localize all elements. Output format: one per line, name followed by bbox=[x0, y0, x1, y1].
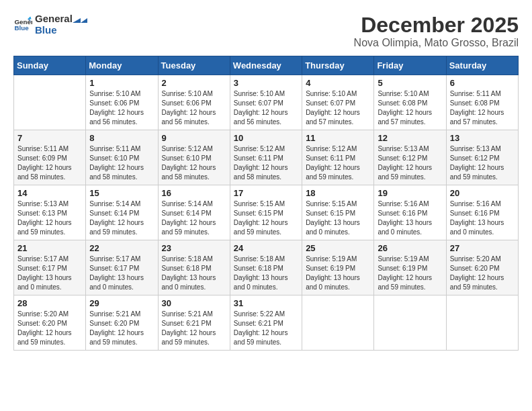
calendar-cell: 25Sunrise: 5:19 AM Sunset: 6:19 PM Dayli… bbox=[302, 240, 374, 295]
weekday-header-row: SundayMondayTuesdayWednesdayThursdayFrid… bbox=[14, 56, 519, 75]
calendar-cell: 4Sunrise: 5:10 AM Sunset: 6:07 PM Daylig… bbox=[302, 75, 374, 130]
day-info: Sunrise: 5:10 AM Sunset: 6:06 PM Dayligh… bbox=[162, 89, 226, 127]
day-info: Sunrise: 5:10 AM Sunset: 6:08 PM Dayligh… bbox=[378, 89, 442, 127]
day-info: Sunrise: 5:18 AM Sunset: 6:18 PM Dayligh… bbox=[162, 255, 226, 292]
day-info: Sunrise: 5:17 AM Sunset: 6:17 PM Dayligh… bbox=[17, 255, 82, 292]
calendar-cell: 1Sunrise: 5:10 AM Sunset: 6:06 PM Daylig… bbox=[86, 75, 158, 130]
calendar-cell: 6Sunrise: 5:11 AM Sunset: 6:08 PM Daylig… bbox=[446, 75, 518, 130]
calendar-header: SundayMondayTuesdayWednesdayThursdayFrid… bbox=[14, 56, 519, 75]
header: General Blue General Blue December 2025 … bbox=[13, 13, 519, 49]
day-info: Sunrise: 5:20 AM Sunset: 6:20 PM Dayligh… bbox=[450, 255, 515, 292]
day-info: Sunrise: 5:10 AM Sunset: 6:06 PM Dayligh… bbox=[89, 89, 154, 127]
day-number: 15 bbox=[89, 188, 154, 198]
day-number: 13 bbox=[450, 133, 515, 143]
day-info: Sunrise: 5:14 AM Sunset: 6:14 PM Dayligh… bbox=[162, 199, 226, 237]
day-number: 19 bbox=[378, 188, 442, 198]
weekday-header-friday: Friday bbox=[374, 56, 446, 75]
logo: General Blue General Blue bbox=[13, 13, 87, 36]
calendar-cell: 18Sunrise: 5:15 AM Sunset: 6:15 PM Dayli… bbox=[302, 185, 374, 240]
calendar-week-row: 1Sunrise: 5:10 AM Sunset: 6:06 PM Daylig… bbox=[14, 75, 519, 130]
day-number: 24 bbox=[234, 243, 298, 253]
day-number: 9 bbox=[162, 133, 226, 143]
day-info: Sunrise: 5:16 AM Sunset: 6:16 PM Dayligh… bbox=[378, 199, 442, 237]
day-info: Sunrise: 5:10 AM Sunset: 6:07 PM Dayligh… bbox=[234, 89, 298, 127]
day-info: Sunrise: 5:19 AM Sunset: 6:19 PM Dayligh… bbox=[378, 255, 442, 292]
day-number: 12 bbox=[378, 133, 442, 143]
day-info: Sunrise: 5:15 AM Sunset: 6:15 PM Dayligh… bbox=[234, 199, 298, 237]
day-number: 25 bbox=[306, 243, 370, 253]
calendar-week-row: 14Sunrise: 5:13 AM Sunset: 6:13 PM Dayli… bbox=[14, 185, 519, 240]
calendar-cell: 8Sunrise: 5:11 AM Sunset: 6:10 PM Daylig… bbox=[86, 130, 158, 185]
day-number: 8 bbox=[89, 133, 154, 143]
day-info: Sunrise: 5:14 AM Sunset: 6:14 PM Dayligh… bbox=[89, 199, 154, 237]
day-number: 18 bbox=[306, 188, 370, 198]
day-info: Sunrise: 5:21 AM Sunset: 6:21 PM Dayligh… bbox=[162, 310, 226, 347]
day-number: 27 bbox=[450, 243, 515, 253]
day-number: 17 bbox=[234, 188, 298, 198]
calendar-cell: 5Sunrise: 5:10 AM Sunset: 6:08 PM Daylig… bbox=[374, 75, 446, 130]
calendar-cell: 24Sunrise: 5:18 AM Sunset: 6:18 PM Dayli… bbox=[230, 240, 302, 295]
calendar-body: 1Sunrise: 5:10 AM Sunset: 6:06 PM Daylig… bbox=[14, 75, 519, 351]
calendar-cell: 27Sunrise: 5:20 AM Sunset: 6:20 PM Dayli… bbox=[446, 240, 518, 295]
day-number: 1 bbox=[89, 78, 154, 88]
day-info: Sunrise: 5:19 AM Sunset: 6:19 PM Dayligh… bbox=[306, 255, 370, 292]
calendar-cell: 12Sunrise: 5:13 AM Sunset: 6:12 PM Dayli… bbox=[374, 130, 446, 185]
logo-line2: Blue bbox=[35, 25, 73, 36]
calendar-cell: 10Sunrise: 5:12 AM Sunset: 6:11 PM Dayli… bbox=[230, 130, 302, 185]
day-info: Sunrise: 5:13 AM Sunset: 6:13 PM Dayligh… bbox=[17, 199, 82, 237]
calendar-cell: 14Sunrise: 5:13 AM Sunset: 6:13 PM Dayli… bbox=[14, 185, 86, 240]
calendar-cell: 30Sunrise: 5:21 AM Sunset: 6:21 PM Dayli… bbox=[158, 295, 230, 351]
svg-text:Blue: Blue bbox=[14, 24, 29, 32]
day-number: 5 bbox=[378, 78, 442, 88]
calendar-cell: 31Sunrise: 5:22 AM Sunset: 6:21 PM Dayli… bbox=[230, 295, 302, 351]
day-number: 20 bbox=[450, 188, 515, 198]
calendar-cell: 22Sunrise: 5:17 AM Sunset: 6:17 PM Dayli… bbox=[86, 240, 158, 295]
day-info: Sunrise: 5:22 AM Sunset: 6:21 PM Dayligh… bbox=[234, 310, 298, 347]
calendar-week-row: 21Sunrise: 5:17 AM Sunset: 6:17 PM Dayli… bbox=[14, 240, 519, 295]
day-number: 28 bbox=[17, 298, 82, 308]
day-number: 23 bbox=[162, 243, 226, 253]
day-number: 26 bbox=[378, 243, 442, 253]
day-number: 7 bbox=[17, 133, 82, 143]
day-info: Sunrise: 5:15 AM Sunset: 6:15 PM Dayligh… bbox=[306, 199, 370, 237]
calendar-week-row: 28Sunrise: 5:20 AM Sunset: 6:20 PM Dayli… bbox=[14, 295, 519, 351]
day-number: 21 bbox=[17, 243, 82, 253]
day-info: Sunrise: 5:18 AM Sunset: 6:18 PM Dayligh… bbox=[234, 255, 298, 292]
title-area: December 2025 Nova Olimpia, Mato Grosso,… bbox=[354, 13, 519, 49]
calendar-cell: 13Sunrise: 5:13 AM Sunset: 6:12 PM Dayli… bbox=[446, 130, 518, 185]
calendar-cell bbox=[302, 295, 374, 351]
logo-line1: General bbox=[35, 13, 73, 25]
calendar-cell: 3Sunrise: 5:10 AM Sunset: 6:07 PM Daylig… bbox=[230, 75, 302, 130]
calendar-cell: 17Sunrise: 5:15 AM Sunset: 6:15 PM Dayli… bbox=[230, 185, 302, 240]
day-info: Sunrise: 5:12 AM Sunset: 6:11 PM Dayligh… bbox=[234, 144, 298, 182]
calendar-cell bbox=[446, 295, 518, 351]
day-info: Sunrise: 5:12 AM Sunset: 6:10 PM Dayligh… bbox=[162, 144, 226, 182]
calendar-cell: 2Sunrise: 5:10 AM Sunset: 6:06 PM Daylig… bbox=[158, 75, 230, 130]
day-number: 16 bbox=[162, 188, 226, 198]
day-info: Sunrise: 5:11 AM Sunset: 6:09 PM Dayligh… bbox=[17, 144, 82, 182]
weekday-header-saturday: Saturday bbox=[446, 56, 518, 75]
calendar-cell: 16Sunrise: 5:14 AM Sunset: 6:14 PM Dayli… bbox=[158, 185, 230, 240]
day-number: 14 bbox=[17, 188, 82, 198]
weekday-header-wednesday: Wednesday bbox=[230, 56, 302, 75]
day-number: 3 bbox=[234, 78, 298, 88]
day-info: Sunrise: 5:12 AM Sunset: 6:11 PM Dayligh… bbox=[306, 144, 370, 182]
calendar-cell: 11Sunrise: 5:12 AM Sunset: 6:11 PM Dayli… bbox=[302, 130, 374, 185]
weekday-header-sunday: Sunday bbox=[14, 56, 86, 75]
calendar-cell: 26Sunrise: 5:19 AM Sunset: 6:19 PM Dayli… bbox=[374, 240, 446, 295]
day-info: Sunrise: 5:10 AM Sunset: 6:07 PM Dayligh… bbox=[306, 89, 370, 127]
day-info: Sunrise: 5:13 AM Sunset: 6:12 PM Dayligh… bbox=[450, 144, 515, 182]
day-info: Sunrise: 5:20 AM Sunset: 6:20 PM Dayligh… bbox=[17, 310, 82, 347]
day-info: Sunrise: 5:21 AM Sunset: 6:20 PM Dayligh… bbox=[89, 310, 154, 347]
calendar-cell: 7Sunrise: 5:11 AM Sunset: 6:09 PM Daylig… bbox=[14, 130, 86, 185]
calendar: SundayMondayTuesdayWednesdayThursdayFrid… bbox=[13, 56, 519, 351]
day-number: 29 bbox=[89, 298, 154, 308]
logo-icon: General Blue bbox=[13, 15, 32, 34]
svg-marker-4 bbox=[73, 18, 87, 23]
day-number: 4 bbox=[306, 78, 370, 88]
weekday-header-monday: Monday bbox=[86, 56, 158, 75]
day-info: Sunrise: 5:13 AM Sunset: 6:12 PM Dayligh… bbox=[378, 144, 442, 182]
calendar-cell: 23Sunrise: 5:18 AM Sunset: 6:18 PM Dayli… bbox=[158, 240, 230, 295]
day-info: Sunrise: 5:16 AM Sunset: 6:16 PM Dayligh… bbox=[450, 199, 515, 237]
day-number: 30 bbox=[162, 298, 226, 308]
